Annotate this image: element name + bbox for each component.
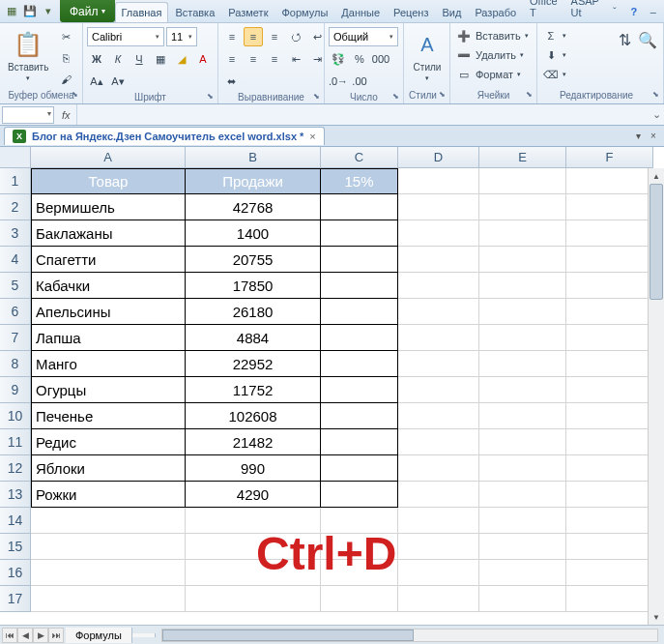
row-header-9[interactable]: 9 [0, 377, 31, 403]
cell-E7[interactable] [479, 325, 566, 351]
cell-F12[interactable] [566, 455, 653, 482]
cell-B2[interactable]: 42768 [186, 194, 321, 220]
cell-E2[interactable] [479, 194, 566, 220]
ribbon-tab-0[interactable]: Главная [115, 2, 169, 22]
cell-F9[interactable] [566, 377, 653, 403]
cell-C5[interactable] [321, 273, 398, 299]
cell-F4[interactable] [566, 247, 653, 273]
cell-B13[interactable]: 4290 [186, 482, 321, 508]
cell-C9[interactable] [321, 377, 398, 403]
cell-D6[interactable] [398, 299, 479, 325]
cell-C8[interactable] [321, 351, 398, 377]
grow-font-icon[interactable]: A▴ [87, 72, 106, 91]
formula-expand-icon[interactable]: ⌄ [649, 108, 664, 121]
font-size-combo[interactable]: 11 [166, 27, 197, 46]
row-header-1[interactable]: 1 [0, 168, 31, 194]
cell-C11[interactable] [321, 429, 398, 455]
cell-E12[interactable] [479, 455, 566, 482]
cut-icon[interactable]: ✂ [56, 27, 75, 46]
help-icon[interactable]: ? [625, 3, 643, 20]
ribbon-tab-3[interactable]: Формулы [274, 2, 334, 22]
copy-icon[interactable]: ⎘ [56, 48, 75, 68]
cell-C2[interactable] [321, 194, 398, 220]
decrease-indent-icon[interactable]: ⇤ [286, 49, 305, 69]
cell-C17[interactable] [321, 586, 398, 612]
cell-D15[interactable] [398, 534, 479, 560]
row-header-6[interactable]: 6 [0, 299, 31, 325]
fill-button[interactable]: ⬇▾ [541, 46, 568, 64]
row-header-15[interactable]: 15 [0, 534, 31, 560]
select-all-corner[interactable] [0, 147, 31, 168]
cell-A10[interactable]: Печенье [31, 403, 186, 429]
col-header-B[interactable]: B [186, 147, 321, 168]
row-header-17[interactable]: 17 [0, 586, 31, 612]
cell-D16[interactable] [398, 560, 479, 586]
cell-A12[interactable]: Яблоки [31, 455, 186, 482]
name-box[interactable] [2, 106, 54, 124]
col-header-C[interactable]: C [321, 147, 398, 168]
sheet-tab-blank[interactable] [132, 633, 156, 637]
cell-D8[interactable] [398, 351, 479, 377]
ribbon-tab-6[interactable]: Вид [435, 2, 468, 22]
scroll-down-icon[interactable]: ▼ [649, 609, 664, 625]
cell-E14[interactable] [479, 508, 566, 534]
cell-A3[interactable]: Баклажаны [31, 220, 186, 247]
row-header-14[interactable]: 14 [0, 508, 31, 534]
row-header-11[interactable]: 11 [0, 429, 31, 455]
cell-C4[interactable] [321, 247, 398, 273]
cell-F10[interactable] [566, 403, 653, 429]
cell-F1[interactable] [566, 168, 653, 194]
cell-B5[interactable]: 17850 [186, 273, 321, 299]
cell-B7[interactable]: 4884 [186, 325, 321, 351]
cell-B4[interactable]: 20755 [186, 247, 321, 273]
row-header-4[interactable]: 4 [0, 247, 31, 273]
cell-D13[interactable] [398, 482, 479, 508]
decrease-decimal-icon[interactable]: .00 [350, 72, 369, 91]
cell-F13[interactable] [566, 482, 653, 508]
scroll-thumb[interactable] [650, 184, 663, 300]
increase-indent-icon[interactable]: ⇥ [307, 49, 327, 69]
cell-C1[interactable]: 15% [321, 168, 398, 194]
cell-E9[interactable] [479, 377, 566, 403]
comma-style-icon[interactable]: 000 [371, 49, 390, 69]
cell-E5[interactable] [479, 273, 566, 299]
cell-F17[interactable] [566, 586, 653, 612]
cell-D11[interactable] [398, 429, 479, 455]
row-header-8[interactable]: 8 [0, 351, 31, 377]
cell-F5[interactable] [566, 273, 653, 299]
cell-A7[interactable]: Лапша [31, 325, 186, 351]
cell-A5[interactable]: Кабачки [31, 273, 186, 299]
cell-E15[interactable] [479, 534, 566, 560]
cell-F3[interactable] [566, 220, 653, 247]
align-top-icon[interactable]: ≡ [222, 27, 242, 46]
cell-D7[interactable] [398, 325, 479, 351]
font-color-button[interactable]: A [193, 49, 213, 69]
workbook-close-icon[interactable]: × [309, 131, 315, 142]
cell-F8[interactable] [566, 351, 653, 377]
find-select-button[interactable]: 🔍 [637, 29, 658, 50]
fx-button[interactable]: fx [56, 104, 77, 125]
cell-E13[interactable] [479, 482, 566, 508]
cell-F14[interactable] [566, 508, 653, 534]
cell-D1[interactable] [398, 168, 479, 194]
cell-C6[interactable] [321, 299, 398, 325]
cell-C13[interactable] [321, 482, 398, 508]
formula-input[interactable] [77, 106, 649, 124]
orientation-icon[interactable]: ⭯ [286, 27, 305, 46]
cell-C3[interactable] [321, 220, 398, 247]
paste-button[interactable]: 📋 Вставить ▾ [4, 27, 52, 84]
window-minimize-icon[interactable]: – [645, 3, 662, 20]
col-header-D[interactable]: D [398, 147, 479, 168]
cell-C12[interactable] [321, 455, 398, 482]
ribbon-tab-1[interactable]: Вставка [168, 2, 221, 22]
row-header-16[interactable]: 16 [0, 560, 31, 586]
ribbon-tab-8[interactable]: Office T [523, 0, 564, 22]
cell-D12[interactable] [398, 455, 479, 482]
qat-dropdown-icon[interactable]: ▾ [41, 4, 56, 19]
col-header-F[interactable]: F [566, 147, 653, 168]
increase-decimal-icon[interactable]: .0→ [329, 72, 348, 91]
workbook-tab[interactable]: X Блог на Яндекс.Дзен Самоучитель excel … [4, 127, 325, 145]
align-left-icon[interactable]: ≡ [222, 49, 242, 69]
cell-A11[interactable]: Редис [31, 429, 186, 455]
cell-F7[interactable] [566, 325, 653, 351]
